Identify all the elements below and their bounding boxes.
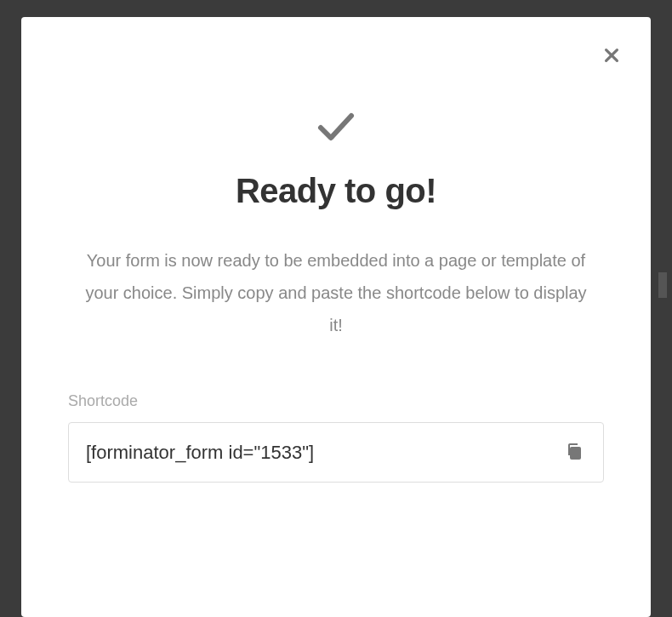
close-icon xyxy=(602,46,621,67)
modal-content: Ready to go! Your form is now ready to b… xyxy=(68,51,604,483)
modal-title: Ready to go! xyxy=(236,172,436,210)
copy-button[interactable] xyxy=(562,438,586,466)
check-icon xyxy=(316,111,356,146)
background-fragment xyxy=(658,272,667,298)
close-button[interactable] xyxy=(598,43,625,70)
shortcode-box xyxy=(68,422,604,483)
shortcode-label: Shortcode xyxy=(68,392,604,410)
svg-rect-2 xyxy=(570,447,581,460)
shortcode-section: Shortcode xyxy=(68,392,604,483)
modal-description: Your form is now ready to be embedded in… xyxy=(85,244,587,341)
shortcode-input[interactable] xyxy=(86,442,562,464)
copy-icon xyxy=(566,442,583,463)
ready-modal: Ready to go! Your form is now ready to b… xyxy=(21,17,651,617)
